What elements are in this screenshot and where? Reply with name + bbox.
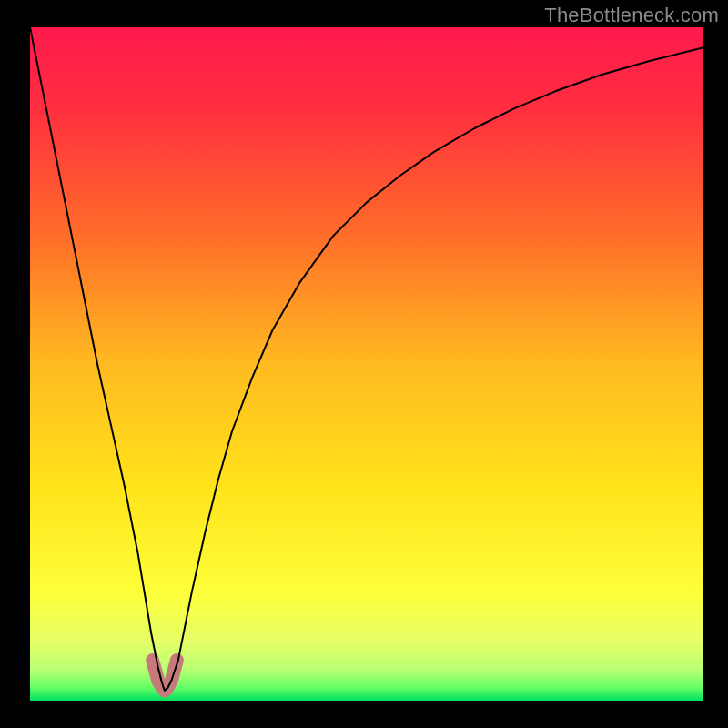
chart-frame: TheBottleneck.com — [0, 0, 728, 728]
watermark-text: TheBottleneck.com — [544, 4, 719, 27]
gradient-background — [30, 27, 703, 701]
bottleneck-chart — [0, 0, 728, 728]
